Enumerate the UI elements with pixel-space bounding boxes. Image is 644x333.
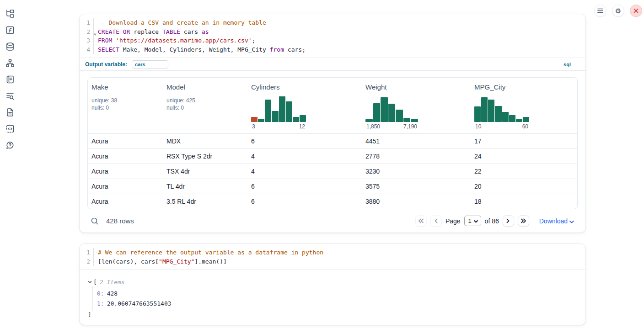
last-page-button[interactable] [518, 215, 529, 227]
histogram-bar [279, 96, 285, 122]
logs-search-icon [5, 91, 15, 102]
code-token: -- Download a CSV and create an in-memor… [98, 19, 266, 26]
scratchpad-icon [5, 75, 15, 86]
line-number: 1 [80, 18, 93, 27]
sidebar-item-file-explorer[interactable] [5, 10, 15, 19]
shutdown-button[interactable] [630, 5, 642, 17]
sidebar [0, 0, 20, 333]
sidebar-item-snippets[interactable] [5, 125, 15, 134]
python-code-editor[interactable]: 1 # We can reference the output variable… [80, 244, 585, 270]
cell-model: 3.5 RL 4dr [163, 194, 247, 209]
output-variable-bar: Output variable: sql [80, 58, 585, 70]
cell-model: TSX 4dr [163, 164, 247, 179]
histogram-bar [516, 119, 522, 122]
sidebar-item-help[interactable] [5, 142, 15, 151]
pagination: Page 1 of 86 [415, 215, 529, 227]
search-button[interactable] [91, 217, 99, 225]
table-row: Acura TSX 4dr 4 3230 22 [88, 164, 577, 179]
page-total-label: of 86 [485, 217, 499, 225]
output-variable-input[interactable] [132, 60, 168, 69]
table-header-row: Make unique: 38nulls: 0 Model unique: 42… [88, 78, 577, 133]
column-header-weight[interactable]: Weight 1,850 7,190 [362, 78, 471, 133]
code-token: from [270, 46, 284, 53]
item-key: 1: [97, 300, 104, 307]
code-token: cars; [284, 46, 306, 53]
column-header-make[interactable]: Make unique: 38nulls: 0 [88, 78, 163, 133]
column-header-model[interactable]: Model unique: 425nulls: 0 [163, 78, 247, 133]
table-row: Acura 3.5 RL 4dr 6 3880 18 [88, 194, 577, 209]
cell-mpg-city: 22 [471, 164, 577, 179]
hist-max-label: 60 [522, 123, 528, 130]
divider [80, 70, 585, 71]
cell-weight: 3575 [362, 179, 471, 194]
histogram-bar [381, 97, 388, 122]
search-icon [91, 219, 99, 227]
file-tree-icon [5, 9, 15, 20]
histogram-bar [488, 100, 494, 122]
previous-page-button[interactable] [430, 215, 442, 227]
chevron-down-icon [474, 217, 478, 224]
cell-cylinders: 6 [247, 134, 362, 148]
histogram-bar [411, 119, 418, 122]
page-select-value: 1 [468, 217, 472, 224]
settings-button[interactable]: ⚙ [612, 5, 624, 17]
fold-chevron-icon[interactable] [93, 30, 97, 39]
cell-make: Acura [88, 134, 163, 148]
cell-make: Acura [88, 194, 163, 209]
column-name: Weight [365, 83, 467, 91]
code-token: OR [123, 28, 130, 35]
sql-code-editor[interactable]: 1 -- Download a CSV and create an in-mem… [80, 14, 585, 58]
histogram-bar [495, 106, 501, 122]
code-token: TABLE [162, 28, 180, 35]
sidebar-item-functions[interactable] [5, 26, 15, 36]
code-token: SELECT [98, 46, 119, 53]
hist-min-label: 1,850 [366, 123, 380, 130]
line-number: 2 [80, 257, 93, 266]
code-line: 1 -- Download a CSV and create an in-mem… [80, 18, 585, 27]
cell-mpg-city: 20 [471, 179, 577, 194]
histogram-weight: 1,850 7,190 [365, 96, 418, 130]
code-line: 2 CREATE OR replace TABLE cars as [80, 27, 585, 37]
cell-cylinders: 6 [247, 194, 362, 209]
table-footer: 428 rows Page 1 of 86 [80, 209, 585, 233]
collapse-chevron-icon[interactable] [88, 280, 92, 284]
database-icon [5, 42, 15, 53]
chevrons-left-icon [418, 217, 424, 225]
output-variable-label: Output variable: [85, 61, 127, 68]
column-stats: unique: 425nulls: 0 [166, 97, 244, 111]
chevron-left-icon [434, 217, 438, 225]
data-table: Make unique: 38nulls: 0 Model unique: 42… [87, 77, 578, 209]
language-badge: sql [564, 62, 571, 67]
tree-item: 0:428 [97, 289, 577, 299]
python-cell: 1 # We can reference the output variable… [79, 243, 586, 325]
code-token: # We can reference the output variable a… [98, 249, 323, 256]
histogram-bar [365, 119, 373, 122]
column-header-cylinders[interactable]: Cylinders 3 12 [247, 78, 362, 133]
sidebar-item-datasources[interactable] [5, 43, 15, 52]
sidebar-item-logs[interactable] [5, 92, 15, 101]
hist-min-label: 3 [252, 123, 255, 130]
menu-button[interactable] [594, 5, 606, 17]
page-select[interactable]: 1 [464, 216, 481, 226]
first-page-button[interactable] [415, 215, 427, 227]
hist-max-label: 12 [299, 123, 305, 130]
sidebar-item-dependency-graph[interactable] [5, 59, 15, 69]
column-name: Make [91, 83, 159, 91]
items-count: 2 Items [100, 279, 125, 285]
next-page-button[interactable] [503, 215, 514, 227]
cell-make: Acura [88, 149, 163, 164]
code-token: replace [130, 28, 162, 35]
sidebar-item-documentation[interactable] [5, 109, 15, 118]
histogram-bar [272, 111, 278, 122]
sidebar-item-scratchpad[interactable] [5, 76, 15, 85]
function-square-icon [5, 26, 15, 37]
download-button[interactable]: Download [539, 217, 574, 225]
line-number: 2 [80, 27, 93, 37]
histogram-bar [265, 100, 271, 122]
cell-make: Acura [88, 164, 163, 179]
cell-mpg-city: 24 [471, 149, 577, 164]
cell-weight: 3880 [362, 194, 471, 209]
code-line: 4 SELECT Make, Model, Cylinders, Weight,… [80, 45, 585, 54]
histogram-bar [258, 119, 264, 122]
column-header-mpg-city[interactable]: MPG_City 10 60 [471, 78, 577, 133]
